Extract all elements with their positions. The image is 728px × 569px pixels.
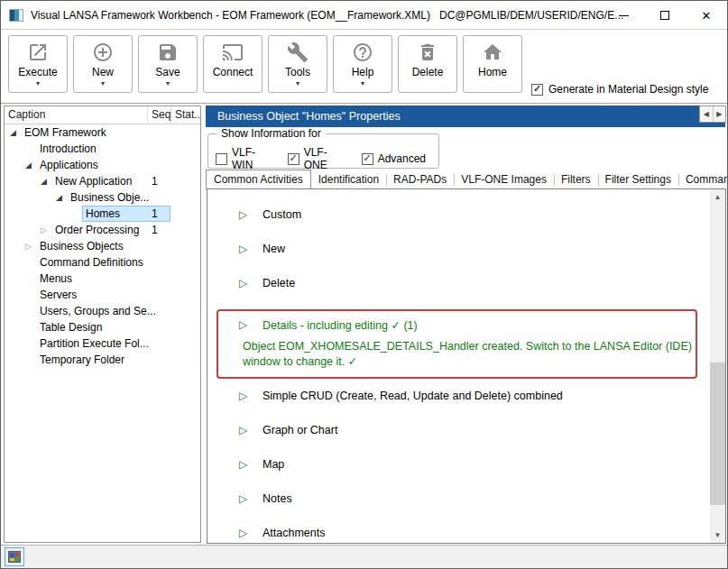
expand-triangle-icon[interactable]: ▷ <box>239 459 252 470</box>
properties-panel: Business Object "Homes" Properties Show … <box>206 104 727 545</box>
tree-item-new-application[interactable]: ◢New Application1 <box>5 173 200 189</box>
material-design-checkbox-box[interactable] <box>531 84 543 96</box>
tree-item-label: Introduction <box>38 142 98 155</box>
tree-item-command-definitions[interactable]: Command Definitions <box>5 254 200 271</box>
tree-item-label: Order Processing <box>53 224 141 236</box>
maximize-button[interactable] <box>644 1 686 30</box>
close-button[interactable]: ✕ <box>686 1 727 30</box>
activity-graph-or-chart[interactable]: ▷Graph or Chart <box>207 413 725 447</box>
tab-filters[interactable]: Filters <box>554 170 598 189</box>
checkbox-label: Advanced <box>378 152 426 165</box>
tab-scroll-right-button[interactable]: ▶ <box>714 106 726 122</box>
toolbar-button-delete[interactable]: Delete <box>398 35 457 93</box>
activity-notes[interactable]: ▷Notes <box>207 482 725 516</box>
tree-collapsed-icon[interactable]: ▷ <box>41 225 53 234</box>
activity-details-including-editing[interactable]: ▷Details - including editing ✓ (1) <box>218 313 696 336</box>
tree-item-label: Partition Execute Fol... <box>38 337 151 350</box>
expand-triangle-icon[interactable]: ▷ <box>239 493 252 504</box>
toolbar-button-label: Execute <box>18 66 57 78</box>
tree-item-menus[interactable]: Menus <box>5 271 200 287</box>
tree-item-homes[interactable]: Homes1 <box>5 206 200 222</box>
tab-filter-settings[interactable]: Filter Settings <box>598 170 678 189</box>
toolbar-button-tools[interactable]: Tools▾ <box>268 35 327 93</box>
tree-column-seq[interactable]: Seq <box>148 106 171 124</box>
toolbar: Execute▾New▾Save▾ConnectTools▾Help▾Delet… <box>1 30 727 104</box>
activity-new[interactable]: ▷New <box>207 232 725 266</box>
expand-triangle-icon[interactable]: ▷ <box>239 528 252 538</box>
scrollbar-thumb[interactable] <box>710 363 725 505</box>
tree-item-partition-execute-fol[interactable]: Partition Execute Fol... <box>5 335 200 352</box>
status-window-button[interactable] <box>5 547 24 566</box>
toolbar-button-home[interactable]: Home <box>463 35 522 93</box>
tab-identification[interactable]: Identification <box>311 170 386 189</box>
tab-scroll-control: ◀ ▶ <box>699 106 726 123</box>
chevron-right-icon: ▶ <box>716 110 722 118</box>
tree-item-label: Command Definitions <box>38 256 145 269</box>
expand-triangle-icon[interactable]: ▷ <box>239 390 252 401</box>
tab-rad-pads[interactable]: RAD-PADs <box>386 170 454 189</box>
dropdown-arrow-icon: ▾ <box>166 80 170 87</box>
minimize-button[interactable] <box>603 1 644 30</box>
activity-label: Delete <box>263 277 295 289</box>
checkbox-box[interactable] <box>288 153 299 165</box>
tree-item-label: Temporary Folder <box>38 353 126 366</box>
scroll-up-button[interactable]: ▲ <box>710 189 725 205</box>
scroll-down-button[interactable]: ▼ <box>710 528 725 543</box>
tree-item-users-groups-and-se[interactable]: Users, Groups and Se... <box>5 303 200 319</box>
tree-item-introduction[interactable]: Introduction <box>5 141 200 157</box>
activity-map[interactable]: ▷Map <box>207 447 725 482</box>
tab-vlf-one-images[interactable]: VLF-ONE Images <box>454 170 554 189</box>
expand-triangle-icon[interactable]: ▷ <box>239 425 252 436</box>
tree-item-business-obje[interactable]: ◢Business Obje... <box>5 189 200 206</box>
tab-commands-allowed[interactable]: Commands Allowed <box>678 170 727 189</box>
tree-item-table-design[interactable]: Table Design <box>5 319 200 335</box>
tree-column-caption[interactable]: Caption <box>5 106 148 124</box>
expand-triangle-icon[interactable]: ▷ <box>239 278 252 289</box>
checkbox-box[interactable] <box>216 153 227 165</box>
material-design-checkbox[interactable]: Generate in Material Design style <box>531 83 708 96</box>
tree-expanded-icon[interactable]: ◢ <box>41 177 53 186</box>
toolbar-button-help[interactable]: Help▾ <box>333 35 392 93</box>
window-controls: ✕ <box>603 1 727 30</box>
toolbar-button-label: Save <box>155 66 180 78</box>
main-area: CaptionSeqStat.. ◢EOM FrameworkIntroduct… <box>1 104 727 546</box>
tree-item-eom-framework[interactable]: ◢EOM Framework <box>5 124 200 141</box>
vertical-scrollbar[interactable]: ▲ ▼ <box>710 189 725 543</box>
tab-scroll-left-button[interactable]: ◀ <box>700 106 714 122</box>
tree-expanded-icon[interactable]: ◢ <box>10 128 23 137</box>
toolbar-button-save[interactable]: Save▾ <box>138 35 198 93</box>
activity-simple-crud-create-read-update-and-delete-combined[interactable]: ▷Simple CRUD (Create, Read, Update and D… <box>207 379 725 413</box>
expand-triangle-icon[interactable]: ▷ <box>239 319 252 330</box>
toolbar-button-new[interactable]: New▾ <box>73 35 133 93</box>
tree-item-label: EOM Framework <box>23 126 108 139</box>
tab-common-activities[interactable]: Common Activities <box>206 170 311 189</box>
tree-column-stat[interactable]: Stat.. <box>171 106 201 124</box>
activity-delete[interactable]: ▷Delete <box>207 266 725 300</box>
tree-collapsed-icon[interactable]: ▷ <box>25 242 38 251</box>
chevron-left-icon: ◀ <box>704 110 709 118</box>
activity-custom[interactable]: ▷Custom <box>207 197 725 232</box>
title-bar: Visual LANSA Framework Workbench - EOM F… <box>1 1 727 30</box>
delete-icon <box>417 41 438 64</box>
expand-triangle-icon[interactable]: ▷ <box>239 243 252 254</box>
tree-expanded-icon[interactable]: ◢ <box>56 193 69 202</box>
tree-item-label: Applications <box>38 159 100 171</box>
checkbox-box[interactable] <box>362 153 373 165</box>
app-window: Visual LANSA Framework Workbench - EOM F… <box>0 0 728 569</box>
expand-triangle-icon[interactable]: ▷ <box>239 209 252 220</box>
tree-item-business-objects[interactable]: ▷Business Objects <box>5 238 200 254</box>
dropdown-arrow-icon: ▾ <box>361 80 364 87</box>
tree-item-label: Business Objects <box>38 240 125 252</box>
checkbox-vlf-win[interactable]: VLF-WIN <box>216 146 269 171</box>
activity-attachments[interactable]: ▷Attachments <box>207 516 725 544</box>
tree-item-order-processing[interactable]: ▷Order Processing1 <box>5 222 200 238</box>
tree-expanded-icon[interactable]: ◢ <box>25 161 38 170</box>
toolbar-button-connect[interactable]: Connect <box>203 35 263 93</box>
toolbar-button-execute[interactable]: Execute▾ <box>8 35 68 93</box>
activity-label: Map <box>263 458 284 471</box>
tree-item-servers[interactable]: Servers <box>5 287 200 303</box>
tree-item-temporary-folder[interactable]: Temporary Folder <box>5 352 200 368</box>
tree-item-applications[interactable]: ◢Applications <box>5 157 200 173</box>
checkbox-vlf-one[interactable]: VLF-ONE <box>288 146 343 171</box>
checkbox-advanced[interactable]: Advanced <box>362 152 426 165</box>
